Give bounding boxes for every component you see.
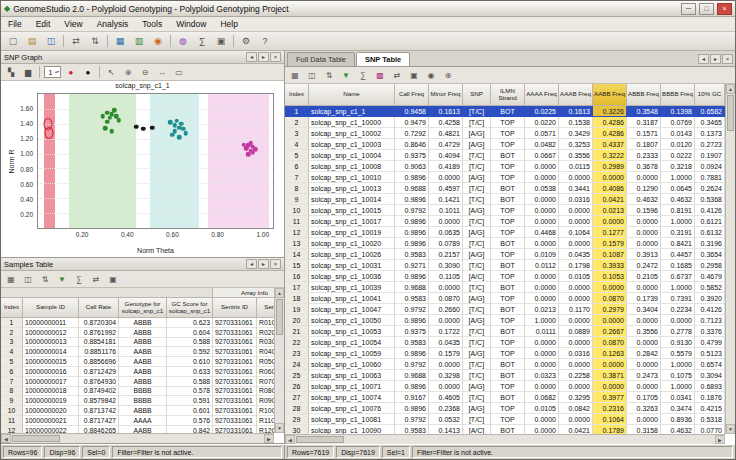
samples-table-row[interactable]: 4100000000140.8851176AABB0.5929270331061… — [1, 347, 274, 357]
snp-table-row[interactable]: 30solcap_snp_c1_100900.95830.1413[A/C]BO… — [285, 425, 725, 434]
snp-table-row[interactable]: 24solcap_snp_c1_100600.97920.0000[T/C]BO… — [285, 359, 725, 370]
close-panel-icon[interactable]: × — [722, 54, 733, 64]
point-red-icon[interactable]: ● — [63, 66, 79, 79]
snp-table-row[interactable]: 29solcap_snp_c1_100810.97920.0532[T/C]TO… — [285, 414, 725, 425]
menu-help[interactable]: Help — [213, 18, 244, 30]
scroll-left-icon[interactable]: ◀ — [285, 435, 295, 444]
scroll-right-icon[interactable]: ▸ — [258, 52, 269, 62]
column-header[interactable]: AAAB Freq — [559, 84, 593, 106]
snp-table-row[interactable]: 22solcap_snp_c1_100540.95830.0435[T/C]TO… — [285, 337, 725, 348]
cluster-icon[interactable]: ◍ — [174, 34, 192, 49]
filter-icon[interactable]: ▼ — [54, 273, 70, 286]
snp-table-row[interactable]: 12solcap_snp_c1_100190.98960.0635[A/G]TO… — [285, 227, 725, 238]
table-icon[interactable]: ▦ — [287, 69, 303, 82]
samples-table-row[interactable]: 10100000000200.8713742ABBB0.601927033106… — [1, 406, 274, 416]
snp-table-row[interactable]: 9solcap_snp_c1_100140.98960.1421[T/C]BOT… — [285, 194, 725, 205]
scroll-left-icon[interactable]: ◂ — [246, 259, 257, 269]
spinner-arrows-icon[interactable]: ▴▾ — [55, 70, 59, 74]
snp-table-row[interactable]: 2solcap_snp_c1_100000.94790.4258[T/C]TOP… — [285, 117, 725, 128]
column-header[interactable]: ABBB Freq — [627, 84, 661, 106]
snp-table-row[interactable]: 21solcap_snp_c1_100530.93750.1722[T/C]BO… — [285, 326, 725, 337]
report-icon[interactable]: ▣ — [212, 34, 230, 49]
snp-table-row[interactable]: 5solcap_snp_c1_100040.93750.4094[T/C]BOT… — [285, 150, 725, 161]
settings-icon[interactable]: ⚙ — [237, 34, 255, 49]
scroll-left-icon[interactable]: ◀ — [1, 434, 11, 443]
calculate-icon[interactable]: ∑ — [193, 34, 211, 49]
menu-analysis[interactable]: Analysis — [90, 18, 136, 30]
snp-table-row[interactable]: 6solcap_snp_c1_100080.90630.4189[T/C]TOP… — [285, 161, 725, 172]
column-header[interactable]: AAAA Freq — [525, 84, 559, 106]
statistics-icon[interactable]: ∑ — [355, 69, 371, 82]
snp-table-row[interactable]: 18solcap_snp_c1_100410.95830.0870[A/G]TO… — [285, 293, 725, 304]
sort-icon[interactable]: ⇅ — [37, 273, 53, 286]
select-icon[interactable]: ▭ — [171, 66, 187, 79]
samples-table-row[interactable]: 5100000000150.8856696AABB0.6109270331061… — [1, 357, 274, 367]
columns-icon[interactable]: ◫ — [304, 69, 320, 82]
column-header[interactable]: 10% GC — [695, 84, 725, 106]
scatter-mode-icon[interactable]: ▚ — [3, 66, 19, 79]
scroll-left-icon[interactable]: ◂ — [698, 54, 709, 64]
column-header[interactable]: Minor Freq — [429, 84, 463, 106]
snp-table-row[interactable]: 23solcap_snp_c1_100590.98960.1579[A/G]TO… — [285, 348, 725, 359]
statistics-icon[interactable]: ∑ — [71, 273, 87, 286]
scroll-right-icon[interactable]: ▶ — [715, 435, 725, 444]
scroll-up-icon[interactable]: ▲ — [726, 84, 735, 94]
cursor-icon[interactable]: ↖ — [103, 66, 119, 79]
menu-file[interactable]: File — [1, 18, 29, 30]
menu-window[interactable]: Window — [169, 18, 213, 30]
column-header[interactable]: Call Freq — [395, 84, 429, 106]
chart-icon[interactable]: ▣ — [406, 69, 422, 82]
close-panel-icon[interactable]: × — [270, 52, 281, 62]
snp-table-row[interactable]: 15solcap_snp_c1_100310.92710.3090[T/C]BO… — [285, 260, 725, 271]
close-panel-icon[interactable]: × — [270, 259, 281, 269]
scroll-thumb[interactable] — [12, 435, 60, 442]
tab-full-data-table[interactable]: Full Data Table — [287, 52, 355, 66]
samples-table-row[interactable]: 9100000000190.8579842BBBB0.5919270331061… — [1, 396, 274, 406]
column-header[interactable]: Genotype for solcap_snp_c1 — [119, 298, 167, 318]
snp-table-row[interactable]: 16solcap_snp_c1_100360.98960.1105[A/C]TO… — [285, 271, 725, 282]
export-icon[interactable]: ⇄ — [389, 69, 405, 82]
vertical-scrollbar[interactable]: ▲▼ — [725, 84, 735, 434]
maximize-button[interactable]: □ — [699, 3, 714, 15]
scatter-plot[interactable] — [37, 93, 274, 229]
snp-table-row[interactable]: 17solcap_snp_c1_100390.96880.0000[T/C]BO… — [285, 282, 725, 293]
column-header[interactable]: Index — [1, 298, 23, 318]
snp-table-row[interactable]: 8solcap_snp_c1_100130.96880.4597[T/C]BOT… — [285, 183, 725, 194]
column-header[interactable]: ILMN Strand — [491, 84, 525, 106]
import-data-icon[interactable]: ⇄ — [67, 34, 85, 49]
scroll-thumb[interactable] — [727, 95, 734, 131]
scroll-left-icon[interactable]: ◂ — [246, 52, 257, 62]
histogram-mode-icon[interactable]: ▆ — [20, 66, 36, 79]
column-header[interactable]: BBBB Freq — [661, 84, 695, 106]
snp-table-row[interactable]: 13solcap_snp_c1_100200.98960.0789[T/C]BO… — [285, 238, 725, 249]
column-header[interactable]: SNP — [463, 84, 491, 106]
sort-icon[interactable]: ⇅ — [321, 69, 337, 82]
export-data-icon[interactable]: ⇅ — [86, 34, 104, 49]
scroll-right-icon[interactable]: ▸ — [258, 259, 269, 269]
snp-table-row[interactable]: 28solcap_snp_c1_100760.98960.2368[A/G]TO… — [285, 403, 725, 414]
graph-number-input[interactable]: 1▴▾ — [44, 66, 61, 78]
table-icon[interactable]: ▦ — [3, 273, 19, 286]
samples-table-row[interactable]: 11100000000210.8717427AAAA0.576927033106… — [1, 416, 274, 426]
snp-graph-panel-header[interactable]: SNP Graph ◂ ▸ × — [1, 51, 284, 64]
menu-view[interactable]: View — [57, 18, 89, 30]
tab-snp-table[interactable]: SNP Table — [356, 52, 410, 66]
new-project-icon[interactable]: ▢ — [4, 34, 22, 49]
column-header[interactable]: Index — [285, 84, 309, 106]
column-header[interactable]: Sentrix ID — [213, 298, 257, 318]
samples-table-row[interactable]: 1100000000110.8720304ABBB0.6239270331061… — [1, 318, 274, 328]
column-header[interactable]: GC Score for solcap_snp_c1 — [167, 298, 213, 318]
scroll-right-icon[interactable]: ▸ — [710, 54, 721, 64]
snp-table-row[interactable]: 25solcap_snp_c1_100630.96880.3298[T/C]BO… — [285, 370, 725, 381]
samples-table-row[interactable]: 7100000000170.8764930ABBB0.5889270331061… — [1, 377, 274, 387]
scroll-thumb[interactable] — [276, 299, 283, 335]
close-button[interactable]: × — [717, 3, 732, 15]
samples-table-row[interactable]: 2100000000120.8761992ABBB0.6049270331061… — [1, 328, 274, 338]
snp-table-row[interactable]: 3solcap_snp_c1_100020.72920.4821[A/G]TOP… — [285, 128, 725, 139]
snp-table-row[interactable]: 26solcap_snp_c1_100710.98960.0000[A/G]TO… — [285, 381, 725, 392]
snp-table-icon[interactable]: ▥ — [130, 34, 148, 49]
horizontal-scrollbar[interactable]: ◀▶ — [1, 433, 274, 443]
snp-table-row[interactable]: 27solcap_snp_c1_100740.91670.4605[T/C]BO… — [285, 392, 725, 403]
pan-icon[interactable]: ↔ — [154, 66, 170, 79]
minimize-button[interactable]: ─ — [681, 3, 696, 15]
